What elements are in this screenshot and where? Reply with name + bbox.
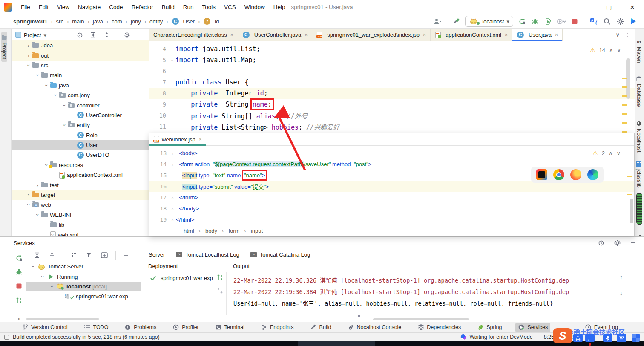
java-inspection-widget[interactable]: ⚠ 14 ∧ ∨ bbox=[587, 46, 624, 54]
project-tree-item-role[interactable]: CRole bbox=[12, 130, 149, 140]
chevron-down-icon[interactable]: ∨ bbox=[615, 32, 620, 38]
tree-chevron-icon[interactable]: › bbox=[34, 182, 41, 188]
editor-tab-usercontroller-java[interactable]: CUserController.java× bbox=[238, 29, 313, 41]
editor-tab-user-java[interactable]: CUser.java× bbox=[512, 29, 563, 41]
services-tree-item-springmvc01-war-exp[interactable]: springmvc01:war exp bbox=[26, 291, 141, 301]
project-tree-item-entity[interactable]: ›entity bbox=[12, 120, 149, 130]
toolbar-version-control[interactable]: Version Control bbox=[19, 323, 70, 332]
menu-run[interactable]: Run bbox=[179, 0, 198, 14]
debug-icon[interactable] bbox=[530, 17, 540, 26]
debug-icon[interactable] bbox=[14, 267, 24, 277]
deploy-icon[interactable] bbox=[215, 272, 224, 282]
deploy-icon[interactable] bbox=[14, 295, 24, 305]
line-ending-label[interactable]: CRL bbox=[565, 334, 576, 340]
project-tree-item-lib[interactable]: lib bbox=[12, 220, 149, 230]
gear-icon[interactable] bbox=[122, 30, 132, 40]
tomcat-icon[interactable] bbox=[469, 17, 478, 26]
project-tree-item-out[interactable]: ›out bbox=[12, 50, 149, 60]
prev-warning-icon[interactable]: ∧ bbox=[609, 47, 613, 53]
filter-icon[interactable] bbox=[85, 251, 94, 260]
rerun-icon[interactable] bbox=[14, 253, 24, 262]
collapse-all-icon[interactable] bbox=[102, 30, 112, 40]
nocalhost-play-icon[interactable] bbox=[629, 17, 638, 26]
breadcrumb-item-main[interactable]: main bbox=[71, 17, 85, 26]
add-frame-icon[interactable] bbox=[100, 251, 109, 260]
close-icon[interactable]: × bbox=[199, 136, 202, 142]
toolbar-problems[interactable]: Problems bbox=[122, 323, 159, 332]
rerun-icon[interactable] bbox=[517, 17, 526, 26]
close-button[interactable]: ✕ bbox=[621, 0, 644, 14]
tree-chevron-icon[interactable]: › bbox=[26, 202, 32, 208]
tree-chevron-icon[interactable]: › bbox=[30, 263, 37, 270]
project-tree-item-java[interactable]: ›java bbox=[12, 81, 149, 90]
breadcrumb-item-id[interactable]: fid bbox=[202, 17, 220, 26]
breadcrumb-item-java[interactable]: java bbox=[92, 17, 104, 26]
menu-code[interactable]: Code bbox=[105, 0, 127, 14]
firefox-icon[interactable] bbox=[570, 169, 581, 180]
services-tab-server[interactable]: Server bbox=[149, 249, 165, 260]
project-tree-item-user[interactable]: CUser bbox=[12, 140, 149, 150]
project-tree-item-applicationcontext-xml[interactable]: applicationContext.xml bbox=[12, 170, 149, 180]
project-tree-item-main[interactable]: ›main bbox=[12, 70, 149, 80]
close-icon[interactable]: × bbox=[555, 32, 558, 38]
tree-chevron-icon[interactable]: › bbox=[61, 122, 68, 129]
toolbar-spring[interactable]: Spring bbox=[474, 323, 504, 332]
breadcrumb-item-user[interactable]: CUser bbox=[170, 17, 196, 26]
jsp-scrollbar-thumb[interactable] bbox=[630, 199, 633, 223]
project-tree-item-userdto[interactable]: CUserDTO bbox=[12, 150, 149, 160]
maximize-button[interactable]: ▢ bbox=[597, 0, 621, 14]
locate-icon[interactable] bbox=[596, 238, 606, 248]
project-tree-item-resources[interactable]: ›resources bbox=[12, 160, 149, 170]
locate-icon[interactable] bbox=[75, 30, 84, 40]
project-tree-item-usercontroller[interactable]: CUserController bbox=[12, 110, 149, 120]
jsp-editor[interactable]: 13▿ <body>14▿ <form action="${pageContex… bbox=[150, 147, 634, 225]
services-tree-item-localhost[interactable]: ›localhost[local] bbox=[26, 282, 141, 291]
jsp-breadcrumb-html[interactable]: html bbox=[184, 228, 194, 234]
fold-marker-icon[interactable]: ▵ bbox=[169, 217, 176, 222]
tree-chevron-icon[interactable]: › bbox=[61, 102, 68, 109]
scroll-down-icon[interactable]: ↓ bbox=[620, 290, 623, 297]
menu-refactor[interactable]: Refactor bbox=[127, 0, 158, 14]
collapse-all-icon[interactable] bbox=[47, 251, 57, 260]
next-warning-icon[interactable]: ∨ bbox=[617, 47, 621, 53]
tree-chevron-icon[interactable]: › bbox=[52, 92, 59, 99]
menu-tools[interactable]: Tools bbox=[198, 0, 220, 14]
menu-navigate[interactable]: Navigate bbox=[74, 0, 105, 14]
project-tree-item-controller[interactable]: ›controller bbox=[12, 100, 149, 110]
menu-edit[interactable]: Edit bbox=[34, 0, 53, 14]
run-configuration-combo[interactable]: localhost▾ bbox=[465, 16, 513, 27]
close-icon[interactable]: × bbox=[423, 32, 426, 38]
jsp-inspection-widget[interactable]: ⚠ 2 ∧ ∨ bbox=[590, 149, 623, 157]
tree-chevron-icon[interactable]: › bbox=[34, 211, 41, 218]
tree-chevron-icon[interactable]: › bbox=[49, 283, 55, 290]
stop-icon[interactable] bbox=[14, 281, 24, 291]
profiler-icon[interactable] bbox=[557, 17, 566, 26]
menu-help[interactable]: Help bbox=[269, 0, 290, 14]
user-menu-icon[interactable] bbox=[433, 17, 442, 26]
menu-build[interactable]: Build bbox=[158, 0, 179, 14]
breadcrumb-item-entity[interactable]: entity bbox=[148, 17, 164, 26]
tree-chevron-icon[interactable]: › bbox=[25, 42, 32, 49]
stripe-database[interactable]: Database bbox=[636, 73, 642, 110]
jsp-breadcrumb-form[interactable]: form bbox=[228, 228, 239, 234]
editor-tab-applicationcontext-xml[interactable]: applicationContext.xml× bbox=[431, 29, 512, 41]
toolbar-build[interactable]: Build bbox=[308, 323, 334, 332]
more-chevrons[interactable]: » bbox=[357, 312, 360, 319]
expand-all-icon[interactable] bbox=[32, 251, 42, 260]
services-tree-item-running[interactable]: ›Running bbox=[26, 271, 141, 281]
breadcrumb-item-jony[interactable]: jony bbox=[129, 17, 142, 26]
java-editor[interactable]: 4import java.util.List;5▿import java.uti… bbox=[149, 41, 635, 132]
devmode-status[interactable]: Waiting for enter DevMode bbox=[460, 334, 532, 340]
toolbar-services[interactable]: Services bbox=[515, 323, 550, 332]
minimize-button[interactable]: – bbox=[574, 0, 597, 14]
editor-tab-springmvc01-war-exploded-index-jsp[interactable]: springmvc01_war_exploded\index.jsp× bbox=[312, 29, 431, 41]
hide-icon[interactable] bbox=[629, 238, 638, 248]
services-tree-item-tomcat-server[interactable]: ›Tomcat Server bbox=[26, 262, 141, 271]
menu-vcs[interactable]: VCS bbox=[220, 0, 240, 14]
toolbar-nocalhost-console[interactable]: Nocalhost Console bbox=[345, 323, 404, 332]
close-icon[interactable]: × bbox=[505, 32, 508, 38]
next-warning-icon[interactable]: ∨ bbox=[616, 150, 621, 156]
jsp-breadcrumb-input[interactable]: input bbox=[251, 228, 263, 234]
toolbar-todo[interactable]: TODO bbox=[81, 323, 111, 332]
hammer-icon[interactable] bbox=[452, 17, 461, 26]
